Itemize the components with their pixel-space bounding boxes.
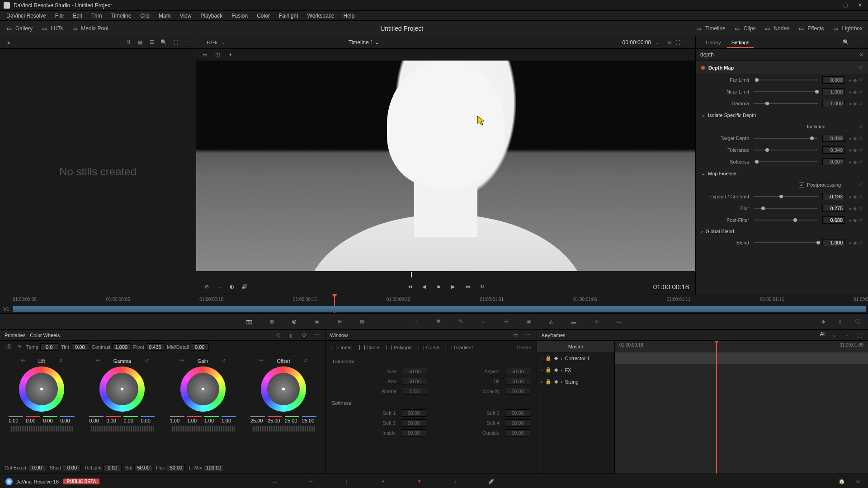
tracker-icon[interactable]: ✢ bbox=[501, 317, 511, 327]
xf-value[interactable]: 50.00 bbox=[505, 419, 530, 427]
param-slider[interactable] bbox=[754, 220, 818, 221]
split-view-icon[interactable]: ◫ bbox=[213, 51, 222, 59]
param-value[interactable]: 50.00 bbox=[134, 464, 152, 471]
chevron-down-icon[interactable]: ⌄ bbox=[830, 331, 838, 339]
picker-icon[interactable]: ✢ bbox=[21, 358, 25, 364]
xf-value[interactable]: 50.00 bbox=[505, 409, 530, 417]
viewer-scrubber[interactable] bbox=[196, 271, 695, 278]
wipe-icon[interactable]: ◐ bbox=[228, 282, 236, 291]
wheel-value[interactable]: 25.00 bbox=[250, 416, 265, 423]
more-icon[interactable]: ⋯ bbox=[682, 38, 690, 47]
param-value[interactable]: 0.00 bbox=[191, 343, 209, 351]
param-value[interactable]: 0.00 bbox=[63, 464, 81, 471]
menu-file[interactable]: File bbox=[51, 13, 68, 19]
rec-dot-icon[interactable]: ● bbox=[5, 38, 13, 47]
kf-reset-icon[interactable]: ↺ bbox=[859, 194, 863, 200]
wheel-value[interactable]: 0.00 bbox=[123, 416, 138, 423]
kf-prev-icon[interactable]: ◂ bbox=[849, 77, 851, 83]
param-value[interactable]: 0.007 bbox=[822, 158, 845, 165]
menu-fairlight[interactable]: Fairlight bbox=[274, 13, 303, 19]
expand-icon[interactable]: ⛶ bbox=[674, 38, 682, 47]
xf-value[interactable]: 50.00 bbox=[505, 429, 530, 436]
shape-polygon[interactable]: Polygon bbox=[387, 345, 412, 350]
fusion-page-icon[interactable]: ✦ bbox=[378, 477, 387, 486]
xf-value[interactable]: 0.00 bbox=[402, 388, 427, 395]
param-value[interactable]: 0.00 bbox=[104, 464, 122, 471]
param-slider[interactable] bbox=[754, 161, 818, 162]
param-value[interactable]: 1.000 bbox=[822, 100, 845, 107]
param-value[interactable]: 100.00 bbox=[204, 464, 224, 471]
menu-color[interactable]: Color bbox=[252, 13, 274, 19]
loop-icon[interactable]: ↻ bbox=[478, 282, 486, 291]
kf-reset-icon[interactable]: ↺ bbox=[859, 147, 863, 153]
chevron-down-icon[interactable]: ⌄ bbox=[653, 38, 661, 47]
deliver-page-icon[interactable]: 🚀 bbox=[487, 477, 496, 486]
scopes-icon[interactable]: ⫿ bbox=[835, 317, 845, 327]
kf-tree-item[interactable]: Master bbox=[537, 341, 614, 352]
reset-icon[interactable]: ↺ bbox=[58, 358, 62, 364]
kf-prev-icon[interactable]: ◂ bbox=[849, 206, 851, 211]
sizing-icon[interactable]: ⊡ bbox=[591, 317, 601, 327]
wheel-value[interactable]: 1.00 bbox=[222, 416, 236, 423]
keyframe-playhead[interactable] bbox=[716, 341, 717, 474]
menu-timeline[interactable]: Timeline bbox=[106, 13, 136, 19]
timecode-display[interactable]: 00:00:00:00 bbox=[623, 39, 651, 46]
wheel-value[interactable]: 0.00 bbox=[106, 416, 121, 423]
master-wheel[interactable] bbox=[10, 426, 73, 432]
delete-button[interactable]: Delete bbox=[517, 345, 531, 350]
param-value[interactable]: -0.193 bbox=[822, 193, 845, 200]
blur-icon[interactable]: ◭ bbox=[546, 317, 556, 327]
checkbox[interactable] bbox=[799, 182, 804, 188]
minimize-button[interactable]: — bbox=[826, 1, 835, 10]
wheel-value[interactable]: 0.00 bbox=[141, 416, 155, 423]
tab-library[interactable]: Library bbox=[701, 40, 726, 45]
section-global[interactable]: ›Global Blend bbox=[696, 226, 868, 237]
kf-prev-icon[interactable]: ◂ bbox=[849, 194, 851, 200]
wheel-value[interactable]: 0.00 bbox=[43, 416, 57, 423]
param-value[interactable]: 0.275 bbox=[822, 205, 845, 212]
chevron-down-icon[interactable]: ⌄ bbox=[219, 38, 227, 47]
gallery-button[interactable]: ▭Gallery bbox=[5, 25, 33, 32]
menu-help[interactable]: Help bbox=[339, 13, 359, 19]
track-label[interactable]: V1 bbox=[0, 306, 13, 312]
xf-value[interactable]: 50.00 bbox=[401, 419, 426, 427]
kf-prev-icon[interactable]: ◂ bbox=[849, 147, 851, 153]
step-back-icon[interactable]: ◀ bbox=[420, 282, 428, 291]
param-value[interactable]: 0.340 bbox=[822, 146, 845, 154]
timeline-name[interactable]: Timeline 1 ⌄ bbox=[349, 39, 379, 46]
kf-add-icon[interactable]: ◆ bbox=[853, 206, 857, 211]
keyframes-icon[interactable]: ◆ bbox=[818, 317, 828, 327]
clips-button[interactable]: ▭Clips bbox=[734, 25, 756, 32]
kf-prev-icon[interactable]: ◂ bbox=[849, 217, 851, 223]
kf-reset-icon[interactable]: ↺ bbox=[859, 77, 863, 83]
section-isolate[interactable]: ⌄Isolate Specific Depth bbox=[696, 109, 868, 121]
color-page-icon[interactable]: ✶ bbox=[415, 477, 424, 486]
kf-tree-item[interactable]: ◦🔒◆›Corrector 1 bbox=[537, 352, 614, 364]
maximize-button[interactable]: ▢ bbox=[841, 1, 850, 10]
param-slider[interactable] bbox=[754, 138, 818, 139]
lightbox-button[interactable]: ▭Lightbox bbox=[832, 25, 863, 32]
param-slider[interactable] bbox=[754, 80, 818, 80]
picker-icon[interactable]: ✢ bbox=[259, 358, 263, 364]
picker-icon[interactable]: ✎ bbox=[15, 343, 24, 351]
section-finesse[interactable]: ⌄Map Finesse bbox=[696, 168, 868, 179]
curves-icon[interactable]: ⟋ bbox=[410, 317, 420, 327]
master-wheel[interactable] bbox=[252, 426, 315, 432]
param-value[interactable]: 1.000 bbox=[112, 343, 130, 351]
bars-mode-icon[interactable]: ⫿ bbox=[287, 331, 295, 339]
param-value[interactable]: 0.000 bbox=[822, 76, 845, 84]
color-warper-icon[interactable]: ✱ bbox=[433, 317, 443, 327]
kf-add-icon[interactable]: ◆ bbox=[853, 240, 857, 246]
kf-prev-icon[interactable]: ◂ bbox=[849, 89, 851, 95]
kf-reset-icon[interactable]: ↺ bbox=[859, 206, 863, 211]
color-wheel-gamma[interactable] bbox=[99, 366, 145, 412]
menu-fusion[interactable]: Fusion bbox=[227, 13, 252, 19]
menu-davinci-resolve[interactable]: DaVinci Resolve bbox=[2, 13, 51, 19]
color-wheel-gain[interactable] bbox=[180, 366, 226, 412]
kf-prev-icon[interactable]: ◂ bbox=[849, 101, 851, 107]
viewer-mode-icon[interactable]: ▭ bbox=[201, 51, 209, 59]
xf-value[interactable]: 50.00 bbox=[505, 388, 530, 395]
nodes-button[interactable]: ▭Nodes bbox=[764, 25, 789, 32]
wheel-value[interactable]: 25.00 bbox=[268, 416, 282, 423]
video-clip[interactable] bbox=[13, 306, 866, 312]
